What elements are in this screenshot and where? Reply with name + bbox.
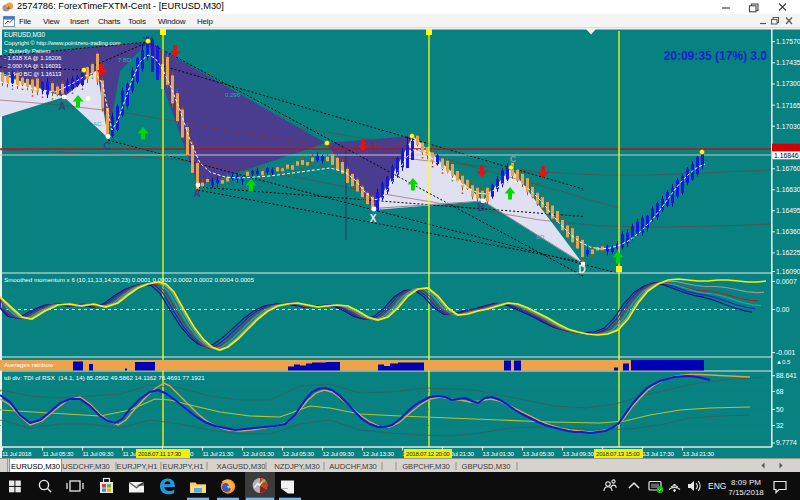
svg-text:0.00: 0.00 bbox=[776, 306, 789, 313]
svg-text:1.16225: 1.16225 bbox=[776, 249, 800, 256]
svg-text:11 Jul 2018: 11 Jul 2018 bbox=[2, 450, 32, 457]
svg-text:▲0.5: ▲0.5 bbox=[776, 359, 791, 365]
svg-text:B: B bbox=[477, 202, 484, 213]
svg-text:1.17165: 1.17165 bbox=[776, 102, 800, 109]
svg-text:11 Jul 09:30: 11 Jul 09:30 bbox=[83, 450, 115, 457]
svg-text:C: C bbox=[103, 141, 110, 152]
svg-text:1.16495: 1.16495 bbox=[776, 207, 800, 214]
svg-text:50: 50 bbox=[776, 406, 784, 413]
svg-text:EURUSD,M30: EURUSD,M30 bbox=[4, 31, 45, 38]
svg-text:tdi div: TDI of RSX (14.1, 14: tdi div: TDI of RSX (14.1, 14) 85.0562 4… bbox=[4, 374, 205, 381]
svg-text:7 BD: 7 BD bbox=[118, 57, 132, 63]
svg-text:11 Jul 21:30: 11 Jul 21:30 bbox=[203, 450, 235, 457]
svg-text:0.296: 0.296 bbox=[225, 92, 241, 98]
svg-text:1.16895: 1.16895 bbox=[774, 144, 799, 151]
svg-text:88.641: 88.641 bbox=[776, 372, 797, 379]
svg-text:1.17030: 1.17030 bbox=[776, 123, 800, 130]
svg-text:C: C bbox=[510, 154, 517, 164]
svg-text:13 Jul 01:30: 13 Jul 01:30 bbox=[483, 450, 515, 457]
svg-text:20:09:35 (17%) 3.0: 20:09:35 (17%) 3.0 bbox=[664, 49, 768, 63]
svg-text:7/15/2018: 7/15/2018 bbox=[728, 488, 764, 497]
svg-text:13 Jul 17:30: 13 Jul 17:30 bbox=[643, 450, 675, 457]
svg-text:1.16360: 1.16360 bbox=[776, 228, 800, 235]
svg-text:4A BD: 4A BD bbox=[363, 142, 381, 148]
svg-text:> Butterfly Pattern: > Butterfly Pattern bbox=[4, 48, 50, 54]
svg-text:11 Jul 05:30: 11 Jul 05:30 bbox=[43, 450, 75, 457]
svg-text:2018.07.12 20:00: 2018.07.12 20:00 bbox=[406, 450, 450, 457]
svg-text:1.16630: 1.16630 bbox=[776, 186, 800, 193]
svg-text:1.16760: 1.16760 bbox=[776, 165, 800, 172]
svg-text:12 Jul 13:30: 12 Jul 13:30 bbox=[363, 450, 395, 457]
svg-text:Smoothed momentum x 6 (10,11,1: Smoothed momentum x 6 (10,11,13,14,20,23… bbox=[4, 276, 255, 283]
svg-text:BD: BD bbox=[536, 234, 545, 240]
svg-text:12 Jul 09:30: 12 Jul 09:30 bbox=[323, 450, 355, 457]
svg-text:Copyright © http://www.pointze: Copyright © http://www.pointzero-trading… bbox=[4, 40, 121, 46]
svg-text:AC: AC bbox=[93, 121, 102, 127]
svg-text:9.7774: 9.7774 bbox=[776, 439, 797, 446]
svg-text:32: 32 bbox=[776, 422, 784, 429]
svg-text:12 Jul 05:30: 12 Jul 05:30 bbox=[283, 450, 315, 457]
svg-text:A: A bbox=[58, 101, 65, 112]
svg-text:X: X bbox=[370, 213, 377, 224]
svg-text:1.17570: 1.17570 bbox=[776, 38, 800, 45]
svg-text:13 Jul 21:30: 13 Jul 21:30 bbox=[683, 450, 715, 457]
svg-text:-0.001: -0.001 bbox=[776, 349, 795, 356]
svg-text:1.16846: 1.16846 bbox=[774, 152, 799, 159]
svg-text:1.17435: 1.17435 bbox=[776, 59, 800, 66]
svg-text:Averages rainbow: Averages rainbow bbox=[4, 361, 54, 368]
svg-text:2018.07.13 15:00: 2018.07.13 15:00 bbox=[596, 450, 640, 457]
svg-text:12 Jul 01:30: 12 Jul 01:30 bbox=[243, 450, 275, 457]
svg-text:13 Jul 05:30: 13 Jul 05:30 bbox=[523, 450, 555, 457]
svg-text:- 1.618 XA @ 1.16206: - 1.618 XA @ 1.16206 bbox=[4, 55, 62, 61]
svg-text:0.0007: 0.0007 bbox=[776, 278, 797, 285]
svg-text:- 2.000 XA @ 1.16031: - 2.000 XA @ 1.16031 bbox=[4, 63, 62, 69]
svg-text:2018.07.11 17:30: 2018.07.11 17:30 bbox=[138, 450, 182, 457]
svg-text:68: 68 bbox=[776, 388, 784, 395]
svg-text:13 Jul 09:30: 13 Jul 09:30 bbox=[563, 450, 595, 457]
svg-text:1.16090: 1.16090 bbox=[776, 268, 800, 275]
svg-text:8:09 PM: 8:09 PM bbox=[731, 478, 761, 487]
svg-text:1.17300: 1.17300 bbox=[776, 80, 800, 87]
svg-text:ENG: ENG bbox=[708, 481, 726, 491]
svg-text:A: A bbox=[193, 188, 200, 199]
